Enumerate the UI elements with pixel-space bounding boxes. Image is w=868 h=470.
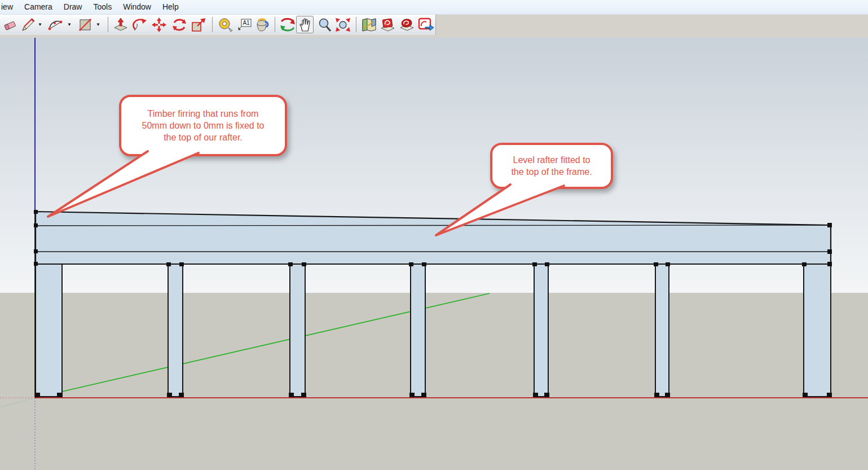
pencil-icon [21, 17, 36, 32]
toolbar-separator [212, 17, 213, 32]
ground [0, 293, 868, 470]
eraser-icon [3, 17, 17, 32]
model-post [804, 264, 831, 397]
zoom-icon [317, 17, 333, 33]
arc-icon [47, 17, 63, 32]
model-post [655, 264, 669, 397]
share-model-button[interactable] [398, 16, 415, 33]
menu-camera[interactable]: Camera [19, 1, 58, 14]
zoom-button[interactable] [316, 16, 333, 33]
rotate-icon [171, 17, 187, 33]
get-models-button[interactable] [378, 16, 396, 33]
menu-view[interactable]: iew [0, 1, 19, 14]
pan-hand-icon [298, 17, 312, 32]
tape-measure-icon [217, 17, 234, 33]
push-pull-button[interactable] [112, 16, 129, 33]
rotate-button[interactable] [170, 16, 188, 33]
line-tool-button[interactable] [19, 16, 37, 33]
text-tool-button[interactable]: A1 [235, 16, 253, 33]
callout-firring-line2: 50mm down to 0mm is fixed to [121, 120, 285, 131]
add-location-button[interactable] [360, 16, 377, 33]
scale-icon [191, 17, 206, 33]
callout-firring: Timber firring that runs from 50mm down … [119, 95, 287, 156]
map-icon [361, 17, 377, 33]
follow-me-icon [132, 17, 148, 33]
push-pull-icon [113, 17, 129, 33]
toolbar-separator [108, 17, 108, 32]
zoom-extents-icon [334, 17, 351, 33]
model-post [36, 264, 62, 397]
toolbar-row: ▼ ▼ ▼ [0, 15, 868, 35]
callout-rafter-line1: Level rafter fitted to [492, 154, 611, 166]
orbit-button[interactable] [279, 16, 296, 33]
callout-firring-line3: the top of our rafter. [121, 131, 285, 143]
follow-me-button[interactable] [131, 16, 148, 33]
model-post [168, 264, 183, 397]
share-model-icon [398, 17, 415, 33]
pan-button[interactable] [296, 16, 314, 33]
callout-rafter-line2: the top of the frame. [492, 166, 611, 178]
paint-bucket-icon [254, 17, 270, 33]
callout-rafter: Level rafter fitted to the top of the fr… [490, 143, 613, 189]
rectangle-icon [78, 17, 92, 32]
model-post [290, 264, 305, 397]
callout-firring-line1: Timber firring that runs from [121, 108, 285, 120]
toolbar-separator [356, 17, 356, 32]
eraser-button[interactable] [1, 16, 19, 33]
arc-tool-dropdown[interactable]: ▼ [65, 21, 73, 28]
menu-tools[interactable]: Tools [87, 1, 117, 14]
zoom-extents-button[interactable] [334, 16, 351, 33]
move-button[interactable] [150, 16, 168, 33]
move-icon [151, 17, 167, 33]
toolbar-separator [275, 17, 275, 32]
send-to-layout-button[interactable] [417, 16, 434, 33]
model-post [534, 264, 548, 397]
tape-measure-button[interactable] [217, 16, 234, 33]
rectangle-tool-button[interactable] [76, 16, 94, 33]
rectangle-tool-dropdown[interactable]: ▼ [94, 21, 102, 28]
menu-bar: iew Camera Draw Tools Window Help [0, 0, 868, 15]
text-tool-icon: A1 [236, 17, 252, 33]
menu-help[interactable]: Help [157, 1, 184, 14]
line-tool-dropdown[interactable]: ▼ [36, 21, 44, 28]
orbit-icon [279, 17, 296, 33]
send-to-layout-icon [417, 17, 434, 33]
model-post [411, 264, 425, 397]
menu-draw[interactable]: Draw [58, 1, 88, 14]
arc-tool-button[interactable] [46, 16, 64, 33]
toolbar: ▼ ▼ ▼ [0, 15, 436, 35]
text-tool-glyph: A1 [243, 20, 250, 26]
get-models-icon [379, 17, 396, 33]
paint-bucket-button[interactable] [253, 16, 271, 33]
scale-button[interactable] [190, 16, 207, 33]
menu-window[interactable]: Window [117, 1, 157, 14]
